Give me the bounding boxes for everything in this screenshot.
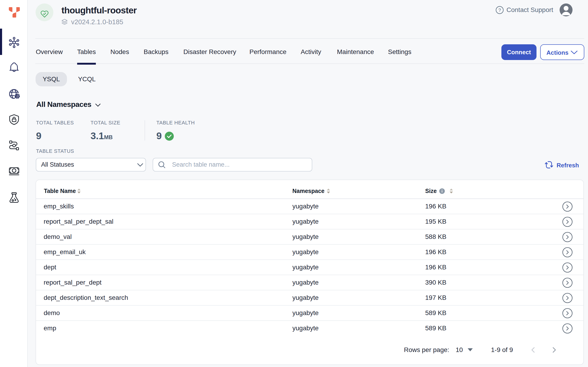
svg-text:?: ? — [498, 8, 501, 13]
